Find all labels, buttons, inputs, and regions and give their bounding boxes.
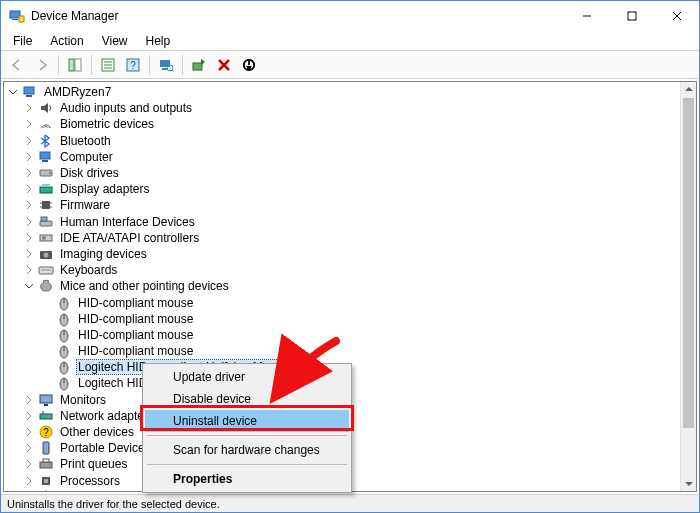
mouse-icon <box>56 343 72 359</box>
expand-icon[interactable] <box>22 198 36 212</box>
unknown-icon: ? <box>38 424 54 440</box>
expand-icon[interactable] <box>22 215 36 229</box>
tree-label: Biometric devices <box>58 117 156 131</box>
expand-icon[interactable] <box>22 101 36 115</box>
device-manager-window: Device Manager File Action View Help <box>0 0 700 513</box>
tree-root-label: AMDRyzen7 <box>42 85 113 99</box>
uninstall-device-button[interactable] <box>212 54 236 76</box>
tree-label: Firmware <box>58 198 112 212</box>
expand-icon[interactable] <box>22 231 36 245</box>
tree-category-mice[interactable]: Mice and other pointing devices <box>4 278 680 294</box>
tree-category-audio[interactable]: Audio inputs and outputs <box>4 100 680 116</box>
vertical-scrollbar[interactable] <box>680 82 696 491</box>
expand-icon[interactable] <box>22 490 36 491</box>
menu-action[interactable]: Action <box>42 33 91 49</box>
toolbar-separator <box>149 55 150 75</box>
network-icon <box>38 408 54 424</box>
menu-view[interactable]: View <box>94 33 136 49</box>
update-driver-button[interactable] <box>187 54 211 76</box>
display-icon <box>38 181 54 197</box>
pc-icon <box>38 149 54 165</box>
maximize-button[interactable] <box>609 1 654 31</box>
tree-category-disk[interactable]: Disk drives <box>4 165 680 181</box>
tree-label: HID-compliant mouse <box>76 312 195 326</box>
collapse-icon[interactable] <box>22 279 36 293</box>
tree-label: Security devices <box>58 490 149 491</box>
status-text: Uninstalls the driver for the selected d… <box>7 498 220 510</box>
printer-icon <box>38 456 54 472</box>
context-menu-properties[interactable]: Properties <box>145 468 349 490</box>
tree-label: Disk drives <box>58 166 121 180</box>
svg-rect-8 <box>75 59 81 71</box>
disk-icon <box>38 165 54 181</box>
tree-label: Bluetooth <box>58 134 113 148</box>
context-menu-separator <box>147 435 347 436</box>
tree-device-mouse[interactable]: HID-compliant mouse <box>4 311 680 327</box>
expand-icon[interactable] <box>22 393 36 407</box>
context-menu-uninstall-device[interactable]: Uninstall device <box>145 410 349 432</box>
tree-device-mouse[interactable]: HID-compliant mouse <box>4 343 680 359</box>
hid-icon <box>38 214 54 230</box>
forward-button[interactable] <box>30 54 54 76</box>
tree-category-imaging[interactable]: Imaging devices <box>4 246 680 262</box>
tree-label: HID-compliant mouse <box>76 328 195 342</box>
toolbar-separator <box>91 55 92 75</box>
tree-category-bluetooth[interactable]: Bluetooth <box>4 133 680 149</box>
expand-icon[interactable] <box>22 474 36 488</box>
close-button[interactable] <box>654 1 699 31</box>
expand-icon[interactable] <box>22 425 36 439</box>
tree-device-mouse[interactable]: HID-compliant mouse <box>4 294 680 310</box>
svg-rect-25 <box>24 87 34 94</box>
expand-icon[interactable] <box>22 117 36 131</box>
help-button[interactable]: ? <box>121 54 145 76</box>
expand-icon[interactable] <box>22 457 36 471</box>
tree-category-biometric[interactable]: Biometric devices <box>4 116 680 132</box>
cpu-icon <box>38 473 54 489</box>
collapse-icon[interactable] <box>6 85 20 99</box>
tree-category-display[interactable]: Display adapters <box>4 181 680 197</box>
tree-label: Computer <box>58 150 115 164</box>
tree-label: Display adapters <box>58 182 151 196</box>
svg-rect-60 <box>40 414 52 419</box>
tree-label: IDE ATA/ATAPI controllers <box>58 231 201 245</box>
tree-category-computer[interactable]: Computer <box>4 149 680 165</box>
menu-file[interactable]: File <box>5 33 40 49</box>
context-menu-update-driver[interactable]: Update driver <box>145 366 349 388</box>
expand-icon[interactable] <box>22 166 36 180</box>
svg-rect-68 <box>44 479 48 483</box>
expand-icon[interactable] <box>22 409 36 423</box>
expand-icon[interactable] <box>22 441 36 455</box>
tree-label: Keyboards <box>58 263 119 277</box>
context-menu-disable-device[interactable]: Disable device <box>145 388 349 410</box>
tree-category-hid[interactable]: Human Interface Devices <box>4 214 680 230</box>
svg-rect-66 <box>43 459 49 462</box>
mouse-icon <box>56 359 72 375</box>
svg-rect-19 <box>193 63 202 70</box>
tree-device-mouse[interactable]: HID-compliant mouse <box>4 327 680 343</box>
expand-icon[interactable] <box>22 150 36 164</box>
back-button[interactable] <box>5 54 29 76</box>
properties-button[interactable] <box>96 54 120 76</box>
disable-device-button[interactable] <box>237 54 261 76</box>
scan-hardware-button[interactable] <box>154 54 178 76</box>
minimize-button[interactable] <box>564 1 609 31</box>
tree-category-firmware[interactable]: Firmware <box>4 197 680 213</box>
tree-root[interactable]: AMDRyzen7 <box>4 84 680 100</box>
expand-icon[interactable] <box>22 134 36 148</box>
svg-rect-31 <box>40 187 52 193</box>
svg-rect-1 <box>12 19 18 20</box>
tree-label: Processors <box>58 474 122 488</box>
expand-icon[interactable] <box>22 263 36 277</box>
tree-category-keyboards[interactable]: Keyboards <box>4 262 680 278</box>
context-menu-scan-hardware[interactable]: Scan for hardware changes <box>145 439 349 461</box>
tree-category-ide[interactable]: IDE ATA/ATAPI controllers <box>4 230 680 246</box>
tree-label: Human Interface Devices <box>58 215 197 229</box>
scrollbar-thumb[interactable] <box>683 98 694 428</box>
expand-icon[interactable] <box>22 247 36 261</box>
toolbar-separator <box>182 55 183 75</box>
ide-icon <box>38 230 54 246</box>
menu-help[interactable]: Help <box>138 33 179 49</box>
toolbar: ? <box>1 51 699 79</box>
expand-icon[interactable] <box>22 182 36 196</box>
show-hide-tree-button[interactable] <box>63 54 87 76</box>
